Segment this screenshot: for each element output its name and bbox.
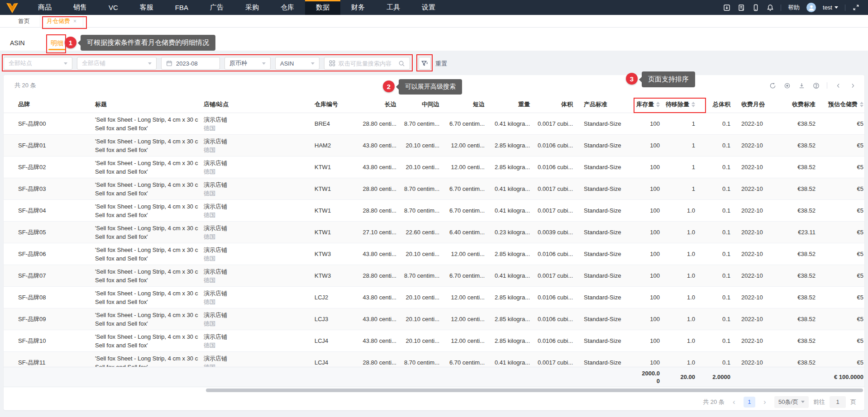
nav-item-warehouse[interactable]: 仓库 xyxy=(270,0,305,15)
cell-len: 28.80 centi... xyxy=(359,113,402,134)
download-icon[interactable] xyxy=(798,82,805,89)
goto-page-input[interactable] xyxy=(830,396,846,408)
pagination-page-1[interactable]: 1 xyxy=(744,397,755,408)
nav-item-finance[interactable]: 财务 xyxy=(340,0,376,15)
tooltip-step-2: 可以展开高级搜索 xyxy=(399,79,462,95)
cell-month: 2022-10 xyxy=(736,330,779,351)
cell-removal: 1.0 xyxy=(665,265,701,286)
avatar[interactable] xyxy=(806,3,816,12)
close-icon[interactable]: × xyxy=(73,18,76,24)
nav-item-customer-service[interactable]: 客服 xyxy=(129,0,164,15)
column-label: 长边 xyxy=(385,100,396,109)
search-input[interactable] xyxy=(339,60,395,67)
nav-item-products[interactable]: 商品 xyxy=(27,0,62,15)
cell-rate: €38.52 xyxy=(779,200,821,221)
cell-warehouse: LCJ4 xyxy=(309,330,359,351)
notification-bell-icon[interactable] xyxy=(766,4,774,11)
cell-brand: SF-品牌09 xyxy=(4,308,90,330)
search-box[interactable] xyxy=(324,57,410,70)
cell-vol: 0.0106 cubi... xyxy=(535,156,578,178)
column-header-fee[interactable]: 预估仓储费 xyxy=(821,96,864,113)
cell-stock: 100 xyxy=(629,352,665,367)
cell-shop: 演示店铺德国 xyxy=(198,178,309,199)
nav-item-tools[interactable]: 工具 xyxy=(376,0,411,15)
cell-std: Standard-Size xyxy=(578,265,629,286)
cell-rate: €38.52 xyxy=(779,308,821,330)
cell-warehouse: KTW1 xyxy=(309,222,359,243)
refresh-icon[interactable] xyxy=(769,82,776,89)
column-header-vol: 体积 xyxy=(535,96,578,113)
cell-short: 12.00 centi... xyxy=(445,156,490,178)
cell-title: 'Sell fox Sheet - Long Strip, 4 cm x 30 … xyxy=(90,135,198,156)
column-header-stock[interactable]: 库存量 xyxy=(629,96,665,113)
sort-icon[interactable] xyxy=(860,102,863,107)
cell-brand: SF-品牌10 xyxy=(4,330,90,351)
total-removal: 20.00 xyxy=(665,367,701,387)
total-stock: 2000.00 xyxy=(629,367,665,387)
advanced-filter-button[interactable] xyxy=(419,57,431,70)
feedback-form-icon[interactable] xyxy=(737,4,745,11)
nav-item-advertising[interactable]: 广告 xyxy=(199,0,234,15)
tab-asin[interactable]: ASIN xyxy=(10,39,25,47)
nav-item-vc[interactable]: VC xyxy=(98,0,129,15)
total-tvol: 2.0000 xyxy=(701,367,736,387)
cell-mid: 20.10 centi... xyxy=(402,135,445,156)
nav-menu: 商品销售VC客服FBA广告采购仓库数据财务工具设置 xyxy=(27,0,446,15)
column-next-icon[interactable] xyxy=(849,82,856,89)
sort-icon[interactable] xyxy=(656,102,660,107)
tab-home[interactable]: 首页 xyxy=(0,17,40,25)
tooltip-step-3: 页面支持排序 xyxy=(642,71,695,87)
cell-std: Standard-Size xyxy=(578,330,629,351)
cell-tvol: 0.1 xyxy=(701,352,736,367)
download-center-icon[interactable] xyxy=(723,4,730,11)
cell-removal: 1.0 xyxy=(665,352,701,367)
mobile-app-icon[interactable] xyxy=(752,4,759,11)
reset-button[interactable]: 重置 xyxy=(435,60,447,68)
nav-item-sales[interactable]: 销售 xyxy=(62,0,98,15)
site-select[interactable]: 全部站点 xyxy=(4,57,72,70)
column-header-removal[interactable]: 待移除量 xyxy=(665,96,701,113)
nav-item-purchasing[interactable]: 采购 xyxy=(234,0,270,15)
cell-fee: €5 xyxy=(821,178,864,199)
nav-item-settings[interactable]: 设置 xyxy=(411,0,446,15)
site-select-value: 全部站点 xyxy=(9,59,32,67)
cell-stock: 100 xyxy=(629,113,665,134)
tab-monthly-storage-fee[interactable]: 月仓储费 × xyxy=(40,15,83,28)
cell-warehouse: KTW3 xyxy=(309,243,359,265)
month-picker[interactable]: 2023-08 xyxy=(161,57,220,70)
cell-mid: 8.70 centim... xyxy=(402,113,445,134)
help-icon[interactable] xyxy=(812,82,820,89)
cell-vol: 0.0106 cubi... xyxy=(535,243,578,265)
currency-select[interactable]: 原币种 xyxy=(224,57,271,70)
active-tab-underline xyxy=(48,49,66,50)
table-tools xyxy=(769,82,856,89)
table-row: SF-品牌01'Sell fox Sheet - Long Strip, 4 c… xyxy=(4,135,864,156)
pagination-prev-icon[interactable]: ‹ xyxy=(729,397,739,407)
help-link[interactable]: 帮助 xyxy=(788,4,800,12)
cell-mid: 20.10 centi... xyxy=(402,308,445,330)
cell-weight: 0.41 kilogra... xyxy=(490,265,535,286)
cell-std: Standard-Size xyxy=(578,200,629,221)
nav-item-data[interactable]: 数据 xyxy=(305,0,340,15)
scrollbar-thumb[interactable] xyxy=(206,389,863,392)
column-label: 预估仓储费 xyxy=(828,100,858,109)
column-label: 短边 xyxy=(473,100,485,109)
user-menu[interactable]: test xyxy=(823,4,838,11)
store-select[interactable]: 全部店铺 xyxy=(77,57,157,70)
page-size-select[interactable]: 50条/页 xyxy=(774,396,809,408)
pagination-next-icon[interactable]: › xyxy=(760,397,770,407)
nav-item-fba[interactable]: FBA xyxy=(164,0,199,15)
total-fee: € 100.0000 xyxy=(821,367,864,387)
cell-fee: €5 xyxy=(821,200,864,221)
tab-detail[interactable]: 明细 xyxy=(51,39,63,47)
display-settings-icon[interactable] xyxy=(783,82,791,89)
sellfox-logo-icon[interactable] xyxy=(5,1,21,15)
column-prev-icon[interactable] xyxy=(835,82,842,89)
search-icon[interactable] xyxy=(398,60,405,67)
fullscreen-icon[interactable] xyxy=(852,4,860,11)
cell-tvol: 0.1 xyxy=(701,308,736,330)
cell-tvol: 0.1 xyxy=(701,135,736,156)
search-type-select[interactable]: ASIN xyxy=(275,57,320,70)
table-row: SF-品牌03'Sell fox Sheet - Long Strip, 4 c… xyxy=(4,178,864,200)
sort-icon[interactable] xyxy=(692,102,695,107)
